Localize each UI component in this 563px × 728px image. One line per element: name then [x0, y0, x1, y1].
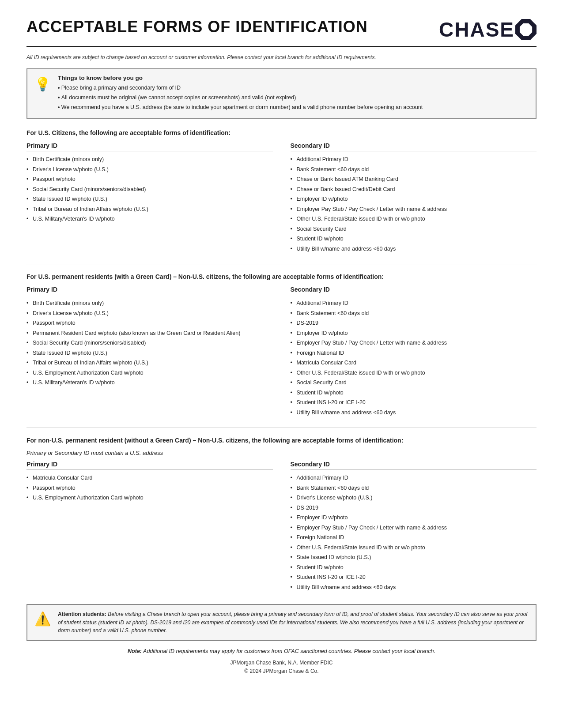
- perm-residents-primary-list: Birth Certificate (minors only) Driver's…: [26, 300, 273, 387]
- list-item: Additional Primary ID: [291, 300, 537, 308]
- info-box-content: Things to know before you go Please brin…: [58, 75, 423, 113]
- chase-brand-text: CHASE: [439, 18, 514, 41]
- info-item-3: We recommend you have a U.S. address (be…: [58, 103, 423, 112]
- list-item: Permanent Resident Card w/photo (also kn…: [26, 330, 273, 338]
- list-item: Social Security Card (minors/seniors/dis…: [26, 339, 273, 347]
- list-item: Utility Bill w/name and address <60 days: [291, 245, 537, 253]
- chase-octagon-icon: [515, 19, 537, 40]
- list-item: Social Security Card: [291, 225, 537, 233]
- footer-line2: © 2024 JPMorgan Chase & Co.: [26, 667, 537, 675]
- non-perm-primary-col: Primary ID Matrícula Consular Card Passp…: [26, 461, 273, 593]
- chase-logo: CHASE: [439, 18, 537, 41]
- list-item: Other U.S. Federal/State issued ID with …: [291, 369, 537, 377]
- non-perm-secondary-label: Secondary ID: [291, 461, 537, 470]
- list-item: State Issued ID w/photo (U.S.): [291, 554, 537, 562]
- non-perm-primary-label: Primary ID: [26, 461, 273, 470]
- us-citizens-heading: For U.S. Citizens, the following are acc…: [26, 128, 537, 138]
- list-item: DS-2019: [291, 504, 537, 512]
- info-item-2: All documents must be original (we canno…: [58, 94, 423, 102]
- non-perm-heading: For non-U.S. permanent resident (without…: [26, 436, 537, 445]
- attention-text-content: Attention students: Before visiting a Ch…: [58, 610, 529, 635]
- info-box-title: Things to know before you go: [58, 75, 423, 81]
- non-perm-secondary-col: Secondary ID Additional Primary ID Bank …: [291, 461, 537, 593]
- us-citizens-secondary-list: Additional Primary ID Bank Statement <60…: [291, 156, 537, 253]
- list-item: Social Security Card: [291, 379, 537, 387]
- footer: JPMorgan Chase Bank, N.A. Member FDIC © …: [26, 659, 537, 675]
- list-item: Matrícula Consular Card: [26, 474, 273, 482]
- non-perm-subtitle: Primary or Secondary ID must contain a U…: [26, 450, 537, 456]
- list-item: U.S. Military/Veteran's ID w/photo: [26, 379, 273, 387]
- list-item: Driver's License w/photo (U.S.): [26, 166, 273, 174]
- non-perm-secondary-list: Additional Primary ID Bank Statement <60…: [291, 474, 537, 591]
- note-text: Note: Additional ID requirements may app…: [26, 648, 537, 654]
- list-item: Utility Bill w/name and address <60 days: [291, 584, 537, 592]
- attention-body: Before visiting a Chase branch to open y…: [58, 611, 528, 634]
- list-item: Other U.S. Federal/State issued ID with …: [291, 215, 537, 223]
- list-item: Chase or Bank Issued ATM Banking Card: [291, 176, 537, 184]
- perm-residents-secondary-label: Secondary ID: [291, 286, 537, 295]
- non-perm-primary-list: Matrícula Consular Card Passport w/photo…: [26, 474, 273, 502]
- list-item: Utility Bill w/name and address <60 days: [291, 409, 537, 417]
- list-item: State Issued ID w/photo (U.S.): [26, 349, 273, 357]
- list-item: Bank Statement <60 days old: [291, 310, 537, 318]
- list-item: State Issued ID w/photo (U.S.): [26, 195, 273, 203]
- us-citizens-primary-label: Primary ID: [26, 142, 273, 151]
- list-item: U.S. Employment Authorization Card w/pho…: [26, 494, 273, 502]
- list-item: Employer Pay Stub / Pay Check / Letter w…: [291, 339, 537, 347]
- list-item: Employer Pay Stub / Pay Check / Letter w…: [291, 524, 537, 532]
- us-citizens-secondary-label: Secondary ID: [291, 142, 537, 151]
- list-item: Foreign National ID: [291, 534, 537, 542]
- list-item: Matrícula Consular Card: [291, 359, 537, 367]
- page-title: ACCEPTABLE FORMS OF IDENTIFICATION: [26, 18, 368, 36]
- list-item: Employer ID w/photo: [291, 514, 537, 522]
- note-body: Additional ID requirements may apply for…: [143, 648, 435, 654]
- info-box: 💡 Things to know before you go Please br…: [26, 68, 537, 119]
- list-item: U.S. Military/Veteran's ID w/photo: [26, 215, 273, 223]
- us-citizens-primary-col: Primary ID Birth Certificate (minors onl…: [26, 142, 273, 255]
- attention-box: ⚠️ Attention students: Before visiting a…: [26, 604, 537, 641]
- perm-residents-columns: Primary ID Birth Certificate (minors onl…: [26, 286, 537, 419]
- list-item: Employer ID w/photo: [291, 195, 537, 203]
- us-citizens-secondary-col: Secondary ID Additional Primary ID Bank …: [291, 142, 537, 255]
- list-item: Foreign National ID: [291, 349, 537, 357]
- section-divider-2: [26, 428, 537, 428]
- perm-residents-secondary-col: Secondary ID Additional Primary ID Bank …: [291, 286, 537, 419]
- list-item: Passport w/photo: [26, 176, 273, 184]
- list-item: DS-2019: [291, 319, 537, 327]
- list-item: Passport w/photo: [26, 319, 273, 327]
- warning-icon: ⚠️: [34, 611, 51, 627]
- list-item: Bank Statement <60 days old: [291, 166, 537, 174]
- list-item: Employer ID w/photo: [291, 330, 537, 338]
- list-item: Employer Pay Stub / Pay Check / Letter w…: [291, 206, 537, 214]
- list-item: Birth Certificate (minors only): [26, 300, 273, 308]
- non-perm-columns: Primary ID Matrícula Consular Card Passp…: [26, 461, 537, 593]
- list-item: Tribal or Bureau of Indian Affairs w/pho…: [26, 206, 273, 214]
- perm-residents-secondary-list: Additional Primary ID Bank Statement <60…: [291, 300, 537, 417]
- list-item: Driver's License w/photo (U.S.): [291, 494, 537, 502]
- attention-label: Attention students:: [58, 611, 106, 617]
- list-item: Chase or Bank Issued Credit/Debit Card: [291, 186, 537, 194]
- us-citizens-columns: Primary ID Birth Certificate (minors onl…: [26, 142, 537, 255]
- perm-residents-heading: For U.S. permanent residents (with a Gre…: [26, 272, 537, 281]
- us-citizens-primary-list: Birth Certificate (minors only) Driver's…: [26, 156, 273, 223]
- list-item: Other U.S. Federal/State issued ID with …: [291, 544, 537, 552]
- list-item: Additional Primary ID: [291, 156, 537, 164]
- list-item: Student INS I-20 or ICE I-20: [291, 574, 537, 582]
- list-item: Bank Statement <60 days old: [291, 484, 537, 492]
- info-box-list: Please bring a primary and secondary for…: [58, 84, 423, 111]
- list-item: Tribal or Bureau of Indian Affairs w/pho…: [26, 359, 273, 367]
- info-item-1: Please bring a primary and secondary for…: [58, 84, 423, 92]
- perm-residents-primary-label: Primary ID: [26, 286, 273, 295]
- page-header: ACCEPTABLE FORMS OF IDENTIFICATION CHASE: [26, 18, 537, 47]
- perm-residents-primary-col: Primary ID Birth Certificate (minors onl…: [26, 286, 273, 419]
- footer-line1: JPMorgan Chase Bank, N.A. Member FDIC: [26, 659, 537, 667]
- list-item: Passport w/photo: [26, 484, 273, 492]
- list-item: U.S. Employment Authorization Card w/pho…: [26, 369, 273, 377]
- list-item: Birth Certificate (minors only): [26, 156, 273, 164]
- list-item: Additional Primary ID: [291, 474, 537, 482]
- list-item: Student INS I-20 or ICE I-20: [291, 399, 537, 407]
- list-item: Student ID w/photo: [291, 389, 537, 397]
- list-item: Driver's License w/photo (U.S.): [26, 310, 273, 318]
- list-item: Student ID w/photo: [291, 564, 537, 572]
- list-item: Student ID w/photo: [291, 235, 537, 243]
